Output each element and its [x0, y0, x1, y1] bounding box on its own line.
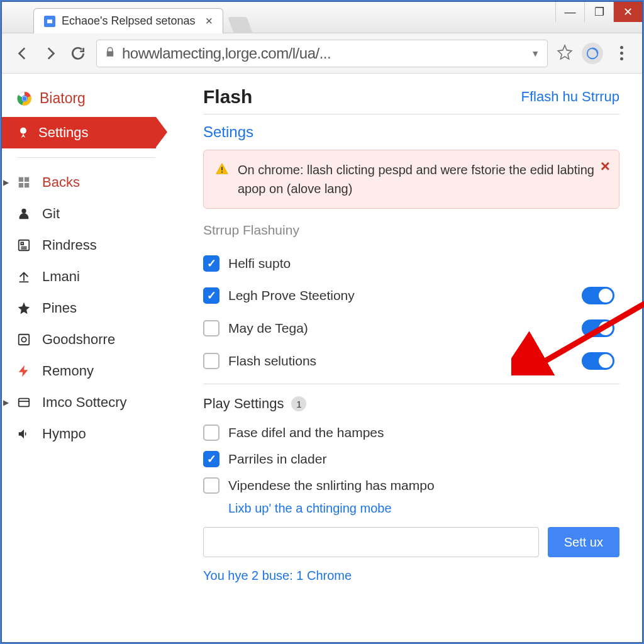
- sidebar-item-rindress[interactable]: Rindress: [2, 230, 197, 261]
- count-badge: 1: [291, 396, 306, 411]
- svg-point-8: [21, 209, 26, 213]
- url-dropdown-icon[interactable]: ▼: [531, 48, 540, 58]
- checkbox[interactable]: [203, 425, 219, 441]
- option-row: Fase difel and the hampes: [203, 419, 619, 446]
- option-row: Legh Prove Steetiony: [203, 279, 619, 312]
- chrome-logo-icon: [17, 91, 32, 106]
- sidebar-icon: [17, 207, 31, 221]
- titlebar: Echaoe's Relpsed setonas × — ❐ ✕: [2, 2, 642, 33]
- sidebar-item-label: Hympo: [42, 426, 86, 442]
- sidebar-item-imco-sottecry[interactable]: ▶Imco Sottecry: [2, 387, 197, 418]
- sidebar-item-hympo[interactable]: Hympo: [2, 418, 197, 450]
- checkbox[interactable]: [203, 451, 219, 467]
- minimize-button[interactable]: —: [555, 2, 584, 22]
- sidebar-item-label: Lmani: [42, 269, 80, 285]
- sidebar-header[interactable]: Biatorg: [2, 86, 197, 117]
- sidebar-icon: [17, 364, 31, 378]
- bookmark-star-icon[interactable]: [557, 44, 573, 63]
- tab-title: Echaoe's Relpsed setonas: [62, 14, 196, 28]
- browser-tab[interactable]: Echaoe's Relpsed setonas ×: [33, 8, 223, 33]
- lock-icon: [104, 47, 116, 60]
- url-text: howwlamecting,lorge.com/l/ua/...: [122, 45, 331, 62]
- main-content: Flash Fflash hu Strrup Setings On chrome…: [197, 74, 642, 642]
- sidebar-item-settings[interactable]: Settings: [2, 117, 156, 148]
- sidebar-item-pines[interactable]: Pines: [2, 292, 197, 324]
- svg-rect-16: [19, 399, 30, 407]
- settings-text-input[interactable]: [203, 527, 539, 557]
- alert-close-icon[interactable]: ×: [601, 157, 610, 176]
- divider: [203, 384, 619, 384]
- sidebar-item-git[interactable]: Git: [2, 198, 197, 230]
- svg-rect-10: [21, 242, 23, 245]
- svg-point-15: [21, 337, 26, 341]
- alert-text: On chrome: llash clicting pespd and were…: [238, 160, 608, 198]
- warning-icon: [215, 162, 229, 176]
- sidebar-item-label: Goodshorre: [42, 331, 115, 348]
- svg-point-6: [23, 96, 27, 101]
- expand-icon: ▶: [3, 178, 9, 187]
- checkbox[interactable]: [203, 287, 219, 304]
- svg-rect-0: [47, 19, 52, 23]
- checkbox[interactable]: [203, 255, 219, 272]
- option-row: Vipendese the snlirting has mampo: [203, 472, 619, 499]
- footer-status[interactable]: You hye 2 buse: 1 Chrome: [203, 569, 619, 583]
- checkbox[interactable]: [203, 353, 219, 369]
- sidebar-item-label: Rindress: [42, 237, 97, 253]
- settings-subtitle: Setings: [203, 123, 619, 141]
- option-row: Flash selutions: [203, 345, 619, 377]
- sidebar-item-label: Pines: [42, 300, 77, 316]
- page-title-action[interactable]: Fflash hu Strrup: [521, 89, 619, 105]
- extension-icon[interactable]: [582, 43, 603, 64]
- new-tab-button[interactable]: [228, 17, 253, 33]
- sidebar-icon: [17, 270, 31, 284]
- checkbox[interactable]: [203, 477, 219, 494]
- toolbar: howwlamecting,lorge.com/l/ua/... ▼: [2, 33, 642, 74]
- option-label: Fase difel and the hampes: [228, 425, 384, 440]
- sidebar-icon: [17, 175, 31, 189]
- sidebar-icon: [17, 333, 31, 347]
- option-label: May de Tega): [228, 321, 308, 336]
- back-button[interactable]: [13, 44, 32, 63]
- warning-alert: On chrome: llash clicting pespd and were…: [203, 150, 619, 209]
- toggle-switch[interactable]: [582, 352, 614, 370]
- sidebar-item-goodshorre[interactable]: Goodshorre: [2, 324, 197, 355]
- forward-button[interactable]: [41, 44, 60, 63]
- reload-button[interactable]: [69, 44, 87, 63]
- toggle-switch[interactable]: [582, 319, 614, 337]
- maximize-button[interactable]: ❐: [584, 2, 613, 22]
- tab-close-icon[interactable]: ×: [206, 14, 213, 28]
- option-label: Flash selutions: [228, 353, 316, 369]
- svg-point-7: [20, 128, 26, 134]
- section-label: Strrup Flashuiny: [203, 223, 619, 238]
- toggle-switch[interactable]: [582, 287, 614, 304]
- sidebar-item-remony[interactable]: Remony: [2, 355, 197, 387]
- close-window-button[interactable]: ✕: [613, 2, 642, 22]
- svg-rect-18: [221, 167, 223, 170]
- expand-icon: ▶: [3, 398, 9, 407]
- settings-link[interactable]: Lixb up' the a chtinging mobe: [228, 501, 619, 516]
- checkbox[interactable]: [203, 320, 219, 336]
- sidebar-icon: [17, 396, 31, 409]
- tab-favicon-icon: [44, 16, 55, 27]
- sidebar-item-label: Git: [42, 206, 60, 222]
- option-row: Parriles in clader: [203, 446, 619, 472]
- submit-button[interactable]: Sett ux: [548, 527, 619, 557]
- option-label: Parriles in clader: [228, 452, 326, 467]
- sidebar-active-label: Settings: [38, 125, 89, 141]
- option-label: Helfi supto: [228, 256, 291, 271]
- sidebar-item-lmani[interactable]: Lmani: [2, 261, 197, 292]
- sidebar-item-backs[interactable]: ▶Backs: [2, 167, 197, 198]
- url-bar[interactable]: howwlamecting,lorge.com/l/ua/... ▼: [96, 40, 548, 67]
- sidebar-item-label: Imco Sottecry: [42, 394, 126, 411]
- settings-pin-icon: [17, 126, 30, 139]
- svg-rect-14: [19, 335, 30, 345]
- divider: [203, 114, 619, 114]
- option-label: Legh Prove Steetiony: [228, 288, 355, 303]
- sidebar-icon: [17, 427, 31, 441]
- menu-button[interactable]: [612, 44, 631, 63]
- sidebar-header-label: Biatorg: [40, 90, 86, 107]
- sidebar-item-label: Backs: [42, 174, 80, 191]
- option-row: May de Tega): [203, 312, 619, 345]
- sidebar-item-label: Remony: [42, 363, 94, 379]
- sidebar-icon: [17, 301, 31, 315]
